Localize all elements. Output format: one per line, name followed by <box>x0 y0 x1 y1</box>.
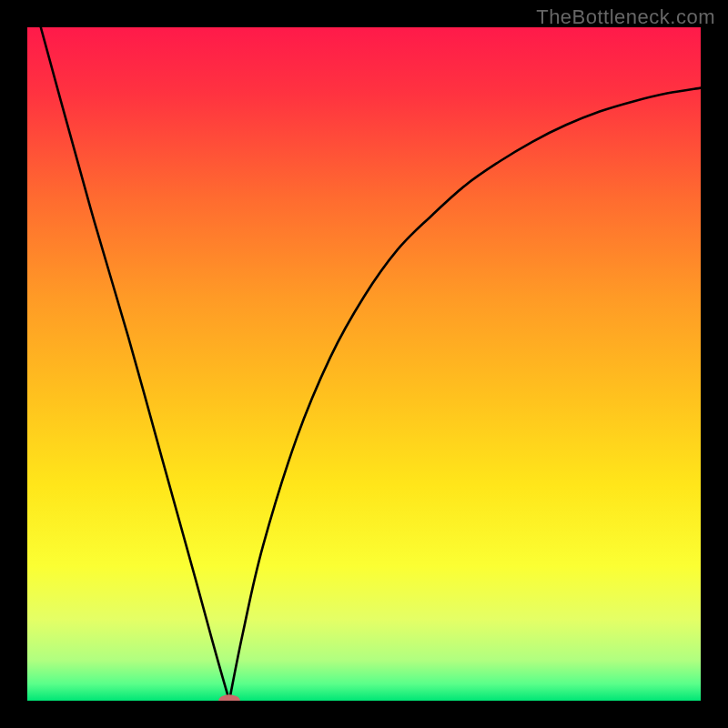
curve-layer <box>27 27 701 701</box>
minimum-marker <box>218 694 240 701</box>
plot-area <box>27 27 701 701</box>
left-branch-line <box>41 27 229 701</box>
watermark-text: TheBottleneck.com <box>536 5 715 29</box>
right-branch-line <box>229 88 701 701</box>
chart-frame: TheBottleneck.com <box>0 0 728 728</box>
